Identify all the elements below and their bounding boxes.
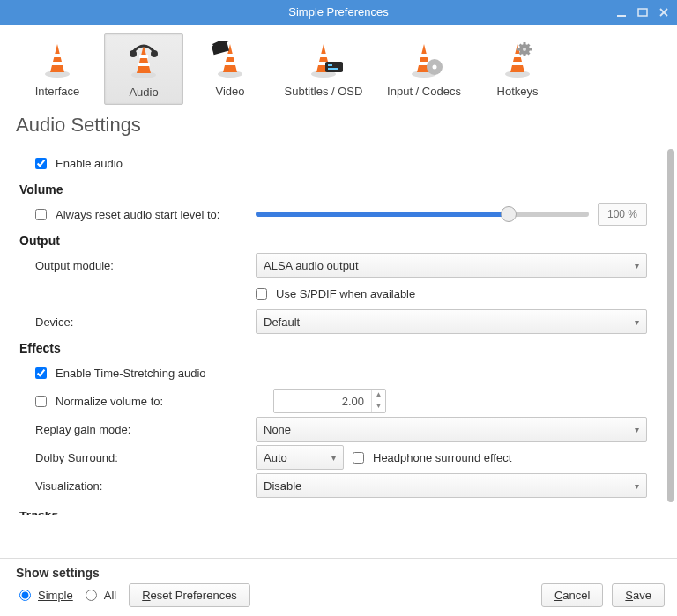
svg-line-38	[528, 53, 530, 55]
disc-cone-icon	[405, 41, 443, 79]
bottom-bar: Show settings Simple All Reset Preferenc…	[0, 559, 677, 616]
save-label: Save	[625, 589, 651, 602]
svg-rect-6	[51, 62, 63, 65]
svg-rect-8	[139, 55, 148, 58]
reset-preferences-button[interactable]: Reset Preferences	[129, 583, 250, 607]
tab-video[interactable]: Video	[190, 33, 270, 105]
window-maximize-icon[interactable]	[636, 6, 649, 19]
start-level-percent: 100 %	[598, 203, 647, 226]
spin-arrows[interactable]: ▲▼	[371, 390, 385, 412]
gear-cone-icon	[498, 41, 537, 79]
tab-label: Video	[215, 85, 244, 98]
window-minimize-icon[interactable]	[615, 6, 628, 19]
slider-knob[interactable]	[501, 206, 517, 222]
svg-rect-13	[226, 54, 234, 57]
visualization-combo[interactable]: Disable ▾	[256, 473, 647, 498]
spdif-label: Use S/PDIF when available	[276, 287, 415, 301]
svg-line-37	[520, 45, 522, 47]
tab-label: Interface	[35, 85, 80, 98]
svg-rect-9	[138, 63, 150, 66]
timestretch-label: Enable Time-Stretching audio	[56, 367, 206, 380]
enable-audio-checkbox[interactable]: Enable audio	[35, 157, 123, 170]
tab-label: Subtitles / OSD	[285, 85, 363, 98]
chevron-down-icon: ▾	[635, 425, 639, 434]
device-label: Device:	[35, 315, 256, 329]
svg-point-32	[523, 48, 526, 51]
svg-rect-14	[224, 62, 236, 65]
titlebar: Simple Preferences	[0, 0, 677, 25]
svg-point-11	[151, 50, 158, 57]
all-label: All	[104, 589, 116, 602]
replay-gain-value: None	[264, 423, 291, 436]
page-title: Audio Settings	[0, 108, 677, 142]
svg-point-10	[130, 50, 137, 57]
tab-hotkeys[interactable]: Hotkeys	[478, 33, 557, 105]
visualization-value: Disable	[264, 479, 301, 493]
tab-audio[interactable]: Audio	[104, 33, 183, 105]
headphones-cone-icon	[124, 41, 163, 80]
show-settings-title: Show settings	[16, 566, 250, 580]
svg-rect-5	[53, 54, 62, 57]
cancel-label: Cancel	[554, 589, 590, 602]
tab-label: Input / Codecs	[387, 85, 461, 98]
normalize-value: 2.00	[274, 395, 371, 408]
enable-audio-label: Enable audio	[56, 157, 123, 170]
svg-rect-22	[328, 68, 338, 70]
show-settings-simple-radio[interactable]: Simple	[19, 589, 73, 602]
visualization-label: Visualization:	[35, 479, 256, 493]
dolby-value: Auto	[264, 451, 287, 464]
tab-label: Hotkeys	[497, 85, 539, 98]
start-level-slider[interactable]	[256, 212, 589, 217]
svg-rect-0	[617, 15, 626, 17]
chevron-down-icon: ▾	[331, 453, 336, 463]
section-effects-title: Effects	[19, 341, 672, 355]
dolby-combo[interactable]: Auto ▾	[256, 445, 344, 470]
tab-subtitles[interactable]: Subtitles / OSD	[277, 33, 370, 105]
dolby-label: Dolby Surround:	[35, 451, 256, 464]
svg-rect-18	[319, 54, 328, 57]
simple-label: Simple	[38, 589, 73, 602]
device-value: Default	[264, 315, 300, 329]
tab-interface[interactable]: Interface	[18, 33, 97, 105]
section-volume-title: Volume	[19, 182, 672, 197]
chevron-down-icon: ▾	[635, 261, 639, 271]
headphone-checkbox[interactable]: Headphone surround effect	[353, 451, 511, 464]
svg-rect-20	[325, 62, 343, 72]
svg-line-40	[528, 45, 530, 47]
svg-rect-24	[420, 54, 428, 57]
svg-point-27	[433, 65, 437, 70]
cancel-button[interactable]: Cancel	[541, 583, 603, 607]
section-output-title: Output	[19, 234, 672, 248]
spdif-checkbox[interactable]: Use S/PDIF when available	[256, 287, 415, 301]
output-module-combo[interactable]: ALSA audio output ▾	[256, 253, 647, 278]
osd-cone-icon	[304, 41, 343, 79]
chevron-down-icon: ▾	[635, 317, 639, 327]
output-module-value: ALSA audio output	[264, 259, 359, 272]
vertical-scrollbar[interactable]	[666, 147, 675, 558]
window-close-icon[interactable]	[658, 6, 670, 19]
tab-row: Interface Audio Video Subtitles / OSD In…	[0, 25, 677, 108]
replay-gain-label: Replay gain mode:	[35, 423, 256, 436]
scrollbar-thumb[interactable]	[667, 149, 674, 502]
always-reset-label: Always reset audio start level to:	[56, 208, 219, 221]
svg-rect-30	[511, 62, 524, 65]
timestretch-checkbox[interactable]: Enable Time-Stretching audio	[35, 367, 206, 380]
svg-line-39	[520, 53, 522, 55]
tab-input-codecs[interactable]: Input / Codecs	[377, 33, 471, 105]
normalize-spinbox[interactable]: 2.00 ▲▼	[273, 389, 386, 413]
svg-rect-21	[328, 64, 332, 66]
reset-label: Reset Preferences	[142, 589, 237, 602]
device-combo[interactable]: Default ▾	[256, 309, 647, 334]
window-title: Simple Preferences	[288, 5, 388, 19]
tab-label: Audio	[129, 85, 158, 99]
always-reset-checkbox[interactable]: Always reset audio start level to:	[35, 208, 256, 221]
normalize-label: Normalize volume to:	[56, 395, 163, 408]
replay-gain-combo[interactable]: None ▾	[256, 417, 647, 442]
show-settings-all-radio[interactable]: All	[86, 589, 116, 602]
settings-scroll-area: Enable audio Volume Always reset audio s…	[0, 142, 677, 558]
save-button[interactable]: Save	[612, 583, 665, 607]
clapper-cone-icon	[211, 41, 249, 79]
chevron-down-icon: ▾	[635, 481, 639, 491]
normalize-checkbox[interactable]: Normalize volume to:	[35, 395, 273, 408]
headphone-label: Headphone surround effect	[373, 451, 511, 464]
